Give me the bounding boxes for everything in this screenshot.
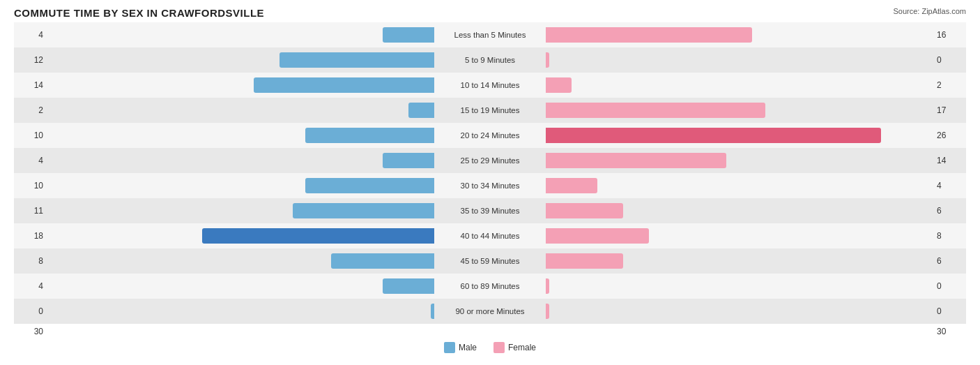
axis-row: 30 30	[14, 327, 966, 336]
right-value: 4	[933, 181, 966, 191]
right-value: 0	[933, 281, 966, 291]
chart-container: COMMUTE TIME BY SEX IN CRAWFORDSVILLE So…	[14, 7, 966, 353]
left-value: 4	[14, 30, 47, 40]
chart-title: COMMUTE TIME BY SEX IN CRAWFORDSVILLE	[14, 7, 264, 19]
bar-row: 1840 to 44 Minutes8	[14, 223, 966, 248]
center-label: 10 to 14 Minutes	[434, 81, 546, 89]
male-bar	[383, 153, 434, 168]
center-label: 20 to 24 Minutes	[434, 131, 546, 140]
bar-row: 425 to 29 Minutes14	[14, 148, 966, 173]
source-label: Source: ZipAtlas.com	[893, 7, 966, 15]
male-bar	[293, 203, 435, 218]
left-value: 2	[14, 105, 47, 115]
center-label: Less than 5 Minutes	[434, 31, 546, 39]
female-bar	[546, 153, 726, 168]
bars-center: 10 to 14 Minutes	[47, 73, 933, 98]
bars-center: 90 or more Minutes	[47, 299, 933, 324]
legend-female: Female	[493, 342, 536, 353]
male-bar	[383, 27, 434, 43]
right-value: 2	[933, 80, 966, 90]
legend-male-label: Male	[459, 343, 477, 352]
female-bar	[546, 77, 572, 93]
bar-row: 460 to 89 Minutes0	[14, 274, 966, 299]
center-label: 5 to 9 Minutes	[434, 56, 546, 64]
right-value: 0	[933, 306, 966, 316]
female-bar	[546, 304, 549, 319]
left-value: 10	[14, 131, 47, 140]
bar-row: 1410 to 14 Minutes2	[14, 73, 966, 98]
axis-right: 30	[933, 327, 966, 336]
right-value: 8	[933, 231, 966, 241]
bar-row: 1135 to 39 Minutes6	[14, 198, 966, 223]
bar-row: 845 to 59 Minutes6	[14, 248, 966, 274]
female-bar	[546, 128, 881, 143]
center-label: 60 to 89 Minutes	[434, 282, 546, 290]
axis-left: 30	[14, 327, 47, 336]
male-bar	[408, 103, 434, 118]
male-bar	[383, 278, 434, 294]
bars-center: 35 to 39 Minutes	[47, 198, 933, 223]
legend-male-box	[444, 342, 455, 353]
female-bar	[546, 103, 765, 118]
right-value: 17	[933, 105, 966, 115]
bar-row: 4Less than 5 Minutes16	[14, 22, 966, 47]
left-value: 8	[14, 256, 47, 266]
center-label: 45 to 59 Minutes	[434, 257, 546, 265]
male-bar	[305, 178, 434, 193]
bar-row: 125 to 9 Minutes0	[14, 47, 966, 73]
male-bar	[202, 228, 434, 244]
left-value: 14	[14, 80, 47, 90]
center-label: 30 to 34 Minutes	[434, 181, 546, 190]
right-value: 14	[933, 156, 966, 165]
female-bar	[546, 52, 549, 68]
bars-center: 15 to 19 Minutes	[47, 98, 933, 123]
left-value: 11	[14, 206, 47, 216]
bar-row: 1030 to 34 Minutes4	[14, 173, 966, 198]
female-bar	[546, 228, 649, 244]
bars-center: 30 to 34 Minutes	[47, 173, 933, 198]
bars-center: 25 to 29 Minutes	[47, 148, 933, 173]
female-bar	[546, 203, 623, 218]
bars-center: 60 to 89 Minutes	[47, 274, 933, 299]
male-bar	[280, 52, 434, 68]
bars-center: 20 to 24 Minutes	[47, 123, 933, 148]
legend-female-label: Female	[508, 343, 536, 352]
bar-row: 1020 to 24 Minutes26	[14, 123, 966, 148]
bar-row: 215 to 19 Minutes17	[14, 98, 966, 123]
bars-center: 40 to 44 Minutes	[47, 223, 933, 248]
male-bar	[254, 77, 434, 93]
female-bar	[546, 27, 752, 43]
left-value: 0	[14, 306, 47, 316]
center-label: 40 to 44 Minutes	[434, 232, 546, 240]
bars-center: Less than 5 Minutes	[47, 22, 933, 47]
center-label: 90 or more Minutes	[434, 307, 546, 315]
legend: Male Female	[14, 342, 966, 353]
male-bar	[331, 253, 434, 269]
chart-area: 4Less than 5 Minutes16125 to 9 Minutes01…	[14, 22, 966, 324]
female-bar	[546, 178, 597, 193]
right-value: 26	[933, 131, 966, 140]
right-value: 6	[933, 206, 966, 216]
male-bar	[305, 128, 434, 143]
left-value: 12	[14, 55, 47, 65]
right-value: 0	[933, 55, 966, 65]
left-value: 10	[14, 181, 47, 191]
bars-center: 5 to 9 Minutes	[47, 47, 933, 73]
left-value: 4	[14, 156, 47, 165]
bars-center: 45 to 59 Minutes	[47, 248, 933, 274]
female-bar	[546, 278, 549, 294]
center-label: 15 to 19 Minutes	[434, 106, 546, 114]
right-value: 6	[933, 256, 966, 266]
center-label: 35 to 39 Minutes	[434, 207, 546, 215]
legend-female-box	[493, 342, 505, 353]
female-bar	[546, 253, 623, 269]
legend-male: Male	[444, 342, 477, 353]
left-value: 4	[14, 281, 47, 291]
bar-row: 090 or more Minutes0	[14, 299, 966, 324]
right-value: 16	[933, 30, 966, 40]
left-value: 18	[14, 231, 47, 241]
center-label: 25 to 29 Minutes	[434, 156, 546, 165]
